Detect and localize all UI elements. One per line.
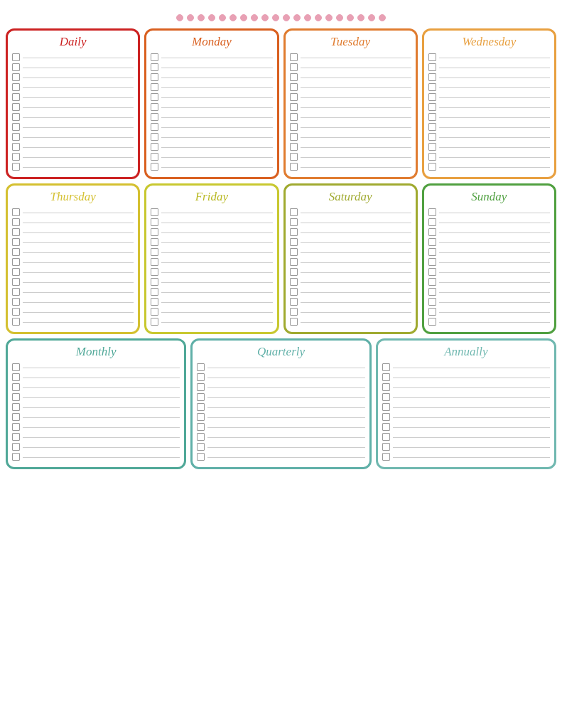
- checkbox[interactable]: [290, 218, 298, 226]
- checkbox[interactable]: [151, 63, 158, 71]
- checkbox[interactable]: [12, 63, 20, 71]
- check-line[interactable]: [428, 228, 550, 236]
- check-line[interactable]: [290, 93, 411, 101]
- checkbox[interactable]: [12, 228, 20, 236]
- check-line[interactable]: [151, 308, 272, 316]
- check-line[interactable]: [382, 393, 550, 401]
- check-line[interactable]: [151, 278, 272, 286]
- checkbox[interactable]: [428, 83, 436, 91]
- check-line[interactable]: [428, 288, 550, 296]
- checkbox[interactable]: [12, 318, 20, 326]
- check-line[interactable]: [12, 443, 180, 451]
- checkbox[interactable]: [428, 123, 436, 131]
- check-line[interactable]: [428, 318, 550, 326]
- checkbox[interactable]: [12, 403, 20, 411]
- check-line[interactable]: [290, 228, 411, 236]
- checkbox[interactable]: [428, 228, 436, 236]
- check-line[interactable]: [428, 63, 550, 71]
- checkbox[interactable]: [12, 248, 20, 256]
- check-line[interactable]: [428, 278, 550, 286]
- check-line[interactable]: [290, 163, 411, 171]
- check-line[interactable]: [151, 83, 272, 91]
- checkbox[interactable]: [428, 308, 436, 316]
- check-line[interactable]: [428, 258, 550, 266]
- checkbox[interactable]: [428, 73, 436, 81]
- check-line[interactable]: [290, 318, 411, 326]
- check-line[interactable]: [290, 103, 411, 111]
- check-line[interactable]: [290, 133, 411, 141]
- checkbox[interactable]: [197, 403, 205, 411]
- check-line[interactable]: [151, 93, 272, 101]
- check-line[interactable]: [428, 103, 550, 111]
- checkbox[interactable]: [290, 163, 298, 171]
- check-line[interactable]: [290, 123, 411, 131]
- check-line[interactable]: [428, 113, 550, 121]
- check-line[interactable]: [12, 268, 134, 276]
- checkbox[interactable]: [290, 228, 298, 236]
- checkbox[interactable]: [12, 373, 20, 381]
- check-line[interactable]: [12, 248, 134, 256]
- checkbox[interactable]: [382, 443, 390, 451]
- checkbox[interactable]: [290, 53, 298, 61]
- checkbox[interactable]: [197, 453, 205, 461]
- check-line[interactable]: [151, 133, 272, 141]
- checkbox[interactable]: [428, 318, 436, 326]
- check-line[interactable]: [151, 228, 272, 236]
- check-line[interactable]: [12, 238, 134, 246]
- check-line[interactable]: [428, 298, 550, 306]
- checkbox[interactable]: [197, 443, 205, 451]
- checkbox[interactable]: [151, 308, 158, 316]
- checkbox[interactable]: [382, 373, 390, 381]
- checkbox[interactable]: [290, 308, 298, 316]
- check-line[interactable]: [12, 163, 134, 171]
- checkbox[interactable]: [428, 218, 436, 226]
- check-line[interactable]: [151, 163, 272, 171]
- checkbox[interactable]: [151, 113, 158, 121]
- checkbox[interactable]: [197, 363, 205, 371]
- checkbox[interactable]: [290, 248, 298, 256]
- checkbox[interactable]: [428, 163, 436, 171]
- check-line[interactable]: [290, 113, 411, 121]
- check-line[interactable]: [290, 248, 411, 256]
- check-line[interactable]: [382, 443, 550, 451]
- check-line[interactable]: [290, 143, 411, 151]
- check-line[interactable]: [151, 63, 272, 71]
- check-line[interactable]: [382, 453, 550, 461]
- checkbox[interactable]: [428, 93, 436, 101]
- check-line[interactable]: [428, 93, 550, 101]
- checkbox[interactable]: [382, 453, 390, 461]
- check-line[interactable]: [151, 73, 272, 81]
- check-line[interactable]: [151, 268, 272, 276]
- checkbox[interactable]: [428, 113, 436, 121]
- checkbox[interactable]: [382, 403, 390, 411]
- check-line[interactable]: [382, 413, 550, 421]
- check-line[interactable]: [12, 123, 134, 131]
- check-line[interactable]: [197, 363, 364, 371]
- checkbox[interactable]: [290, 278, 298, 286]
- check-line[interactable]: [290, 53, 411, 61]
- checkbox[interactable]: [151, 288, 158, 296]
- check-line[interactable]: [290, 278, 411, 286]
- check-line[interactable]: [197, 373, 364, 381]
- checkbox[interactable]: [151, 208, 158, 216]
- check-line[interactable]: [382, 373, 550, 381]
- checkbox[interactable]: [12, 413, 20, 421]
- checkbox[interactable]: [290, 288, 298, 296]
- checkbox[interactable]: [197, 423, 205, 431]
- checkbox[interactable]: [151, 163, 158, 171]
- checkbox[interactable]: [12, 433, 20, 441]
- check-line[interactable]: [12, 308, 134, 316]
- checkbox[interactable]: [382, 363, 390, 371]
- checkbox[interactable]: [12, 363, 20, 371]
- check-line[interactable]: [151, 153, 272, 161]
- checkbox[interactable]: [197, 433, 205, 441]
- checkbox[interactable]: [12, 258, 20, 266]
- checkbox[interactable]: [151, 228, 158, 236]
- checkbox[interactable]: [12, 93, 20, 101]
- check-line[interactable]: [12, 278, 134, 286]
- check-line[interactable]: [382, 423, 550, 431]
- check-line[interactable]: [290, 218, 411, 226]
- checkbox[interactable]: [428, 103, 436, 111]
- check-line[interactable]: [151, 248, 272, 256]
- checkbox[interactable]: [12, 83, 20, 91]
